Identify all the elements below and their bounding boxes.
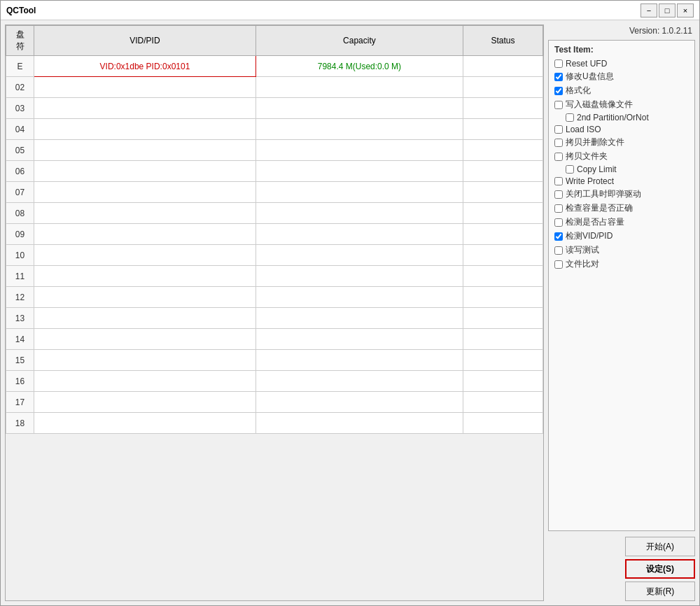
check-label-11: 检查容量是否正确 — [566, 202, 633, 214]
cell-capacity — [255, 329, 463, 350]
cell-diskid: 11 — [6, 266, 34, 287]
cell-capacity — [255, 266, 463, 287]
check-item-5: Load ISO — [554, 125, 689, 134]
cell-status — [463, 224, 542, 245]
cell-status — [463, 56, 542, 77]
checkbox-11[interactable] — [554, 204, 563, 213]
minimize-button[interactable]: − — [640, 3, 657, 17]
table-row: 12 — [6, 287, 543, 308]
table-row: 06 — [6, 161, 543, 182]
col-header-diskid: 盘符 — [6, 26, 34, 56]
close-button[interactable]: × — [677, 3, 694, 17]
cell-status — [463, 392, 542, 413]
main-window: QCTool − □ × 盘符 VID/PID Capacity Status — [0, 0, 700, 606]
cell-diskid: 13 — [6, 308, 34, 329]
cell-diskid: 03 — [6, 98, 34, 119]
check-label-0: Reset UFD — [566, 59, 607, 69]
title-bar-left: QCTool — [6, 6, 36, 15]
cell-diskid: E — [6, 56, 34, 77]
right-panel: Version: 1.0.2.11 Test Item: Reset UFD修改… — [548, 24, 695, 601]
check-item-3: 写入磁盘镜像文件 — [554, 99, 689, 111]
settings-button[interactable]: 设定(S) — [625, 559, 695, 579]
checkbox-3[interactable] — [554, 101, 563, 109]
checkbox-9[interactable] — [554, 177, 563, 185]
checkbox-6[interactable] — [554, 139, 563, 147]
check-label-3: 写入磁盘镜像文件 — [566, 99, 633, 111]
cell-status — [463, 350, 542, 371]
test-items-title: Test Item: — [554, 45, 689, 55]
check-item-15: 文件比对 — [554, 258, 689, 270]
start-button[interactable]: 开始(A) — [625, 537, 695, 556]
check-label-1: 修改U盘信息 — [566, 71, 614, 83]
cell-vidpid — [34, 161, 256, 182]
refresh-button[interactable]: 更新(R) — [625, 582, 695, 601]
checkbox-7[interactable] — [554, 153, 563, 161]
table-row: 08 — [6, 203, 543, 224]
check-item-1: 修改U盘信息 — [554, 71, 689, 83]
table-row: 17 — [6, 392, 543, 413]
left-panel: 盘符 VID/PID Capacity Status EVID:0x1dbe P… — [5, 24, 544, 601]
checkbox-10[interactable] — [554, 190, 563, 199]
check-label-10: 关闭工具时即弹驱动 — [566, 188, 641, 200]
table-row: 07 — [6, 182, 543, 203]
check-item-14: 读写测试 — [554, 244, 689, 256]
cell-diskid: 15 — [6, 350, 34, 371]
check-item-13: 检测VID/PID — [554, 230, 689, 242]
content-area: 盘符 VID/PID Capacity Status EVID:0x1dbe P… — [1, 20, 699, 605]
check-label-12: 检测是否占容量 — [566, 216, 624, 228]
cell-vidpid — [34, 392, 256, 413]
check-item-8: Copy Limit — [554, 164, 689, 174]
check-item-4: 2nd Partition/OrNot — [554, 113, 689, 122]
check-item-0: Reset UFD — [554, 59, 689, 69]
checkbox-8[interactable] — [566, 165, 574, 174]
cell-status — [463, 266, 542, 287]
checkbox-12[interactable] — [554, 218, 563, 227]
cell-vidpid — [34, 119, 256, 140]
table-header-row: 盘符 VID/PID Capacity Status — [6, 26, 543, 56]
checkbox-2[interactable] — [554, 87, 563, 95]
check-item-11: 检查容量是否正确 — [554, 202, 689, 214]
cell-vidpid — [34, 182, 256, 203]
cell-status — [463, 371, 542, 392]
table-row: 03 — [6, 98, 543, 119]
cell-diskid: 02 — [6, 77, 34, 98]
check-label-6: 拷贝并删除文件 — [566, 136, 624, 148]
checkbox-14[interactable] — [554, 246, 563, 255]
cell-vidpid — [34, 413, 256, 434]
cell-status — [463, 245, 542, 266]
checkbox-1[interactable] — [554, 73, 563, 81]
cell-capacity — [255, 182, 463, 203]
cell-capacity: 7984.4 M(Used:0.0 M) — [255, 56, 463, 77]
cell-status — [463, 329, 542, 350]
cell-capacity — [255, 203, 463, 224]
cell-vidpid — [34, 266, 256, 287]
cell-capacity — [255, 119, 463, 140]
cell-vidpid — [34, 287, 256, 308]
cell-diskid: 18 — [6, 413, 34, 434]
cell-capacity — [255, 392, 463, 413]
check-item-2: 格式化 — [554, 85, 689, 97]
cell-status — [463, 140, 542, 161]
check-items-container: Reset UFD修改U盘信息格式化写入磁盘镜像文件2nd Partition/… — [554, 59, 689, 270]
check-label-15: 文件比对 — [566, 258, 599, 270]
checkbox-0[interactable] — [554, 59, 563, 68]
cell-vidpid — [34, 224, 256, 245]
cell-capacity — [255, 287, 463, 308]
cell-diskid: 14 — [6, 329, 34, 350]
table-row: 18 — [6, 413, 543, 434]
buttons-area: 开始(A) 设定(S) 更新(R) — [548, 537, 695, 601]
cell-vidpid — [34, 140, 256, 161]
col-header-capacity: Capacity — [255, 26, 463, 56]
app-title: QCTool — [6, 6, 36, 15]
checkbox-13[interactable] — [554, 232, 563, 241]
maximize-button[interactable]: □ — [659, 3, 676, 17]
col-header-vidpid: VID/PID — [34, 26, 256, 56]
cell-diskid: 06 — [6, 161, 34, 182]
cell-status — [463, 203, 542, 224]
table-row: 14 — [6, 329, 543, 350]
checkbox-4[interactable] — [566, 113, 574, 122]
checkbox-15[interactable] — [554, 260, 563, 269]
table-wrapper: 盘符 VID/PID Capacity Status EVID:0x1dbe P… — [5, 24, 544, 601]
check-label-2: 格式化 — [566, 85, 591, 97]
checkbox-5[interactable] — [554, 125, 563, 134]
